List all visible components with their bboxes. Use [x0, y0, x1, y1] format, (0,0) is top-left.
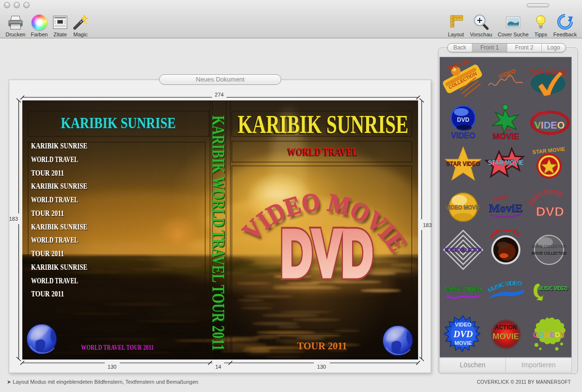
svg-text:MOVIE: MOVIE: [493, 132, 519, 141]
svg-text:183: 183: [423, 222, 432, 228]
svg-text:VIDEO: VIDEO: [492, 195, 508, 202]
svg-text:STAR MOVIE: STAR MOVIE: [488, 159, 524, 166]
svg-text:DVD: DVD: [453, 329, 473, 339]
svg-text:VIDEO: VIDEO: [451, 131, 475, 140]
svg-text:DVD: DVD: [534, 110, 548, 117]
svg-text:MOVIE COLLECTION: MOVIE COLLECTION: [532, 244, 566, 249]
svg-text:274: 274: [215, 92, 224, 98]
svg-text:MUSIC VIDEO: MUSIC VIDEO: [538, 285, 567, 291]
svg-text:VIDEO MOVIE: VIDEO MOVIE: [446, 204, 481, 211]
svg-text:COMEDY: COMEDY: [533, 330, 565, 339]
svg-text:ACTION: ACTION: [495, 324, 517, 331]
svg-text:130: 130: [108, 364, 116, 370]
svg-text:MOVIE: MOVIE: [454, 340, 471, 346]
svg-text:14: 14: [215, 364, 221, 370]
svg-text:183: 183: [9, 216, 18, 222]
svg-text:MUSIC VIDEO: MUSIC VIDEO: [445, 285, 482, 293]
svg-text:MoviE: MoviE: [489, 202, 522, 214]
svg-text:DVD: DVD: [457, 116, 469, 123]
svg-text:VIDEO: VIDEO: [534, 120, 565, 131]
svg-text:130: 130: [317, 364, 326, 370]
svg-text:MOVIE COLLECTION: MOVIE COLLECTION: [532, 250, 566, 256]
svg-text:VIDEO: VIDEO: [455, 322, 472, 327]
svg-text:STAR VIDEO: STAR VIDEO: [446, 160, 480, 167]
svg-text:MOVIE: MOVIE: [493, 332, 519, 341]
svg-text:DVD: DVD: [536, 204, 564, 219]
svg-text:MOVIE COLLECTION: MOVIE COLLECTION: [445, 247, 482, 253]
